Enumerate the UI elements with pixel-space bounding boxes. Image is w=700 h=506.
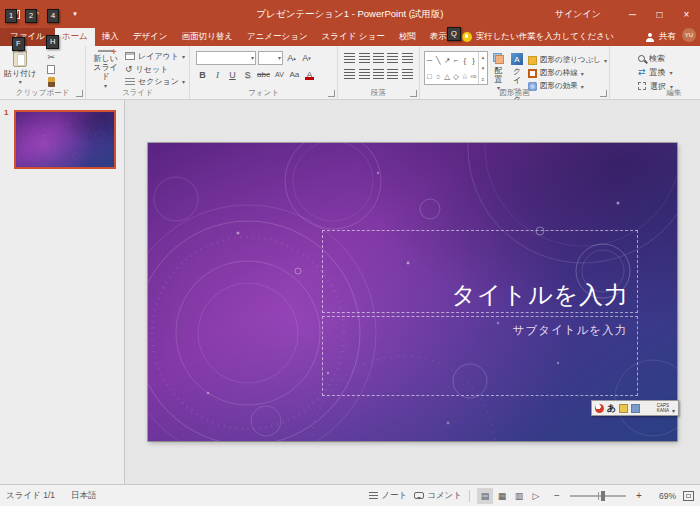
section-button[interactable]: セクション [123,75,187,88]
align-center-button[interactable] [358,68,369,80]
ime-icon[interactable] [595,404,604,413]
text-shadow-button[interactable]: S [241,68,254,81]
keytip-play: 4 [47,9,59,23]
gallery-scroll-up[interactable] [479,52,487,63]
ribbon-group-clipboard: 貼り付け クリップボード [0,46,86,99]
drawing-dialog-launcher[interactable] [600,90,607,97]
tab-design[interactable]: デザイン [126,28,175,46]
ribbon-group-slides: 新しい スライド レイアウト リセット セクション [86,46,190,99]
replace-button[interactable]: 置換 [638,66,700,78]
bullets-button[interactable] [344,52,355,64]
ime-options-button[interactable] [672,399,675,417]
new-slide-button[interactable]: 新しい スライド [88,48,123,88]
tell-me-box[interactable]: 実行したい作業を入力してください [454,28,622,46]
zoom-slider[interactable] [570,495,626,497]
zoom-level[interactable]: 69% [652,491,676,501]
shape-outline-button[interactable]: 図形の枠線 [528,67,607,79]
find-button[interactable]: 検索 [638,52,700,64]
align-left-button[interactable] [344,68,355,80]
underline-button[interactable]: U [226,68,239,81]
maximize-button[interactable]: □ [646,0,673,28]
account-avatar[interactable]: YU [682,28,696,42]
tab-home[interactable]: ホーム [55,28,95,46]
shape-arrow-icon[interactable] [443,52,452,68]
slide[interactable]: タイトルを入力 サブタイトルを入力 あ CAPS KANA [148,143,677,441]
shape-block-arrow-icon[interactable] [469,68,478,84]
ime-mode-button[interactable]: あ [607,404,616,413]
zoom-slider-thumb[interactable] [601,491,605,501]
tab-transitions[interactable]: 画面切り替え [175,28,240,46]
sign-in-button[interactable]: サインイン [537,8,619,21]
zoom-out-button[interactable]: − [551,489,563,503]
columns-button[interactable] [402,68,413,80]
title-placeholder[interactable]: タイトルを入力 [322,230,638,313]
ime-tool-icon[interactable] [619,404,628,413]
align-right-button[interactable] [373,68,384,80]
indent-increase-button[interactable] [387,52,398,64]
notes-label: ノート [381,490,407,502]
slide-thumbnail[interactable] [14,110,116,169]
comments-button[interactable]: コメント [414,490,462,502]
format-painter-button[interactable] [42,76,60,88]
close-button[interactable]: × [673,0,700,28]
font-color-button[interactable]: A [303,68,316,81]
reset-button[interactable]: リセット [123,63,187,76]
justify-button[interactable] [387,68,398,80]
font-name-select[interactable] [196,51,256,65]
ime-kana-indicator: KANA [657,408,669,413]
increase-font-button[interactable]: A [285,52,298,65]
ime-pad-icon[interactable] [631,404,640,413]
indent-decrease-button[interactable] [373,52,384,64]
zoom-in-button[interactable]: + [633,489,645,503]
change-case-button[interactable]: Aa [288,68,301,81]
line-spacing-button[interactable] [402,52,413,64]
italic-button[interactable]: I [211,68,224,81]
shape-rectangle-icon[interactable] [425,68,434,84]
qat-customize-button[interactable] [66,5,84,23]
notes-button[interactable]: ノート [369,490,407,502]
tell-me-label: 実行したい作業を入力してください [476,31,614,43]
gallery-scroll-down[interactable] [479,63,487,74]
ribbon-group-editing: 検索 置換 選択 編集 [610,46,700,99]
cut-button[interactable] [42,51,60,63]
bold-button[interactable]: B [196,68,209,81]
shape-elbow-icon[interactable] [451,52,460,68]
copy-button[interactable] [42,64,60,76]
paste-button[interactable]: 貼り付け [2,48,38,88]
shape-line-icon[interactable] [425,52,434,68]
shapes-gallery[interactable] [424,51,488,85]
minimize-button[interactable]: ─ [619,0,646,28]
shape-diamond-icon[interactable] [451,68,460,84]
decrease-font-button[interactable]: A [300,52,313,65]
shape-oval-icon[interactable] [434,68,443,84]
shape-diagonal-icon[interactable] [434,52,443,68]
fit-to-window-button[interactable] [683,491,694,501]
strikethrough-button[interactable]: abc [256,68,271,81]
gallery-more-button[interactable] [479,73,487,84]
shape-brace-right-icon[interactable] [469,52,478,68]
tab-insert[interactable]: 挿入 [95,28,126,46]
tab-animations[interactable]: アニメーション [240,28,315,46]
shape-triangle-icon[interactable] [443,68,452,84]
clipboard-dialog-launcher[interactable] [76,90,83,97]
subtitle-placeholder[interactable]: サブタイトルを入力 [322,316,638,396]
shape-fill-button[interactable]: 図形の塗りつぶし [528,54,607,66]
share-button[interactable]: 共有 [645,28,680,46]
character-spacing-button[interactable]: AV [273,68,286,81]
font-dialog-launcher[interactable] [328,90,335,97]
layout-button[interactable]: レイアウト [123,50,187,63]
paragraph-dialog-launcher[interactable] [410,90,417,97]
language-indicator[interactable]: 日本語 [71,490,97,502]
tab-review[interactable]: 校閲 [392,28,423,46]
slideshow-view-button[interactable] [528,488,544,504]
reading-view-button[interactable] [511,488,527,504]
tab-slideshow[interactable]: スライド ショー [315,28,392,46]
shape-star-icon[interactable] [460,68,469,84]
copy-icon [47,65,55,74]
normal-view-button[interactable] [477,488,493,504]
font-size-select[interactable] [258,51,283,65]
numbering-button[interactable] [358,52,369,64]
indent-increase-icon [387,53,398,63]
slide-sorter-view-button[interactable] [494,488,510,504]
shape-brace-left-icon[interactable] [460,52,469,68]
